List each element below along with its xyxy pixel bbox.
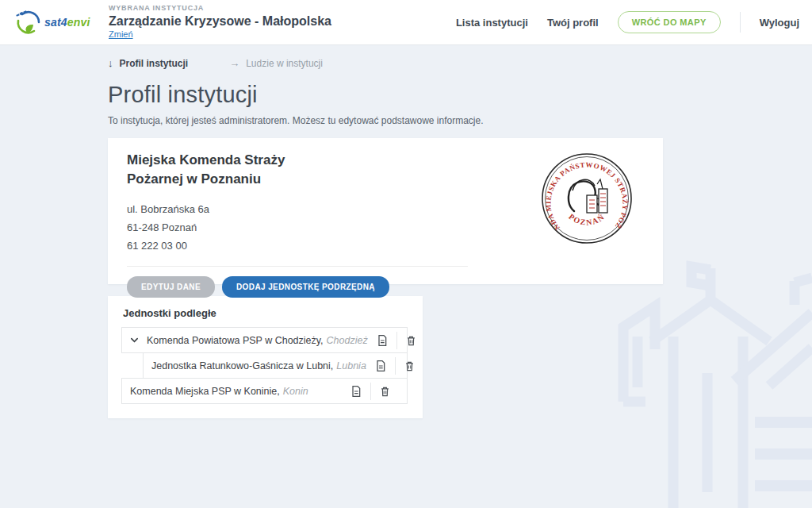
breadcrumb-people[interactable]: → Ludzie w instytucji [229, 57, 323, 69]
selected-institution-block: WYBRANA INSTYTUCJA Zarządzanie Kryzysowe… [109, 4, 331, 40]
trash-icon[interactable] [397, 334, 425, 347]
institution-card: Miejska Komenda Straży Pożarnej w Poznan… [108, 138, 663, 284]
edit-data-button[interactable]: EDYTUJ DANE [127, 276, 215, 298]
page-content: ↓ Profil instytucji → Ludzie w instytucj… [0, 45, 812, 418]
arrow-down-icon: ↓ [108, 57, 113, 69]
trash-icon[interactable] [371, 385, 399, 398]
header-nav: Lista instytucji Twój profil WRÓĆ DO MAP… [456, 11, 812, 33]
units-card-title: Jednostki podległe [121, 307, 408, 319]
unit-name: Komenda Miejska PSP w Koninie, [130, 386, 280, 397]
trash-icon[interactable] [396, 360, 423, 372]
logout-link[interactable]: Wyloguj [760, 17, 799, 29]
breadcrumb-people-label: Ludzie w instytucji [246, 58, 323, 69]
change-institution-link[interactable]: Zmień [109, 29, 133, 40]
selected-institution-label: WYBRANA INSTYTUCJA [109, 4, 331, 13]
document-icon[interactable] [342, 385, 370, 398]
fire-brigade-emblem: KOMENDA MIEJSKA PAŃSTWOWEJ STRAŻY POŻARN… [538, 149, 636, 248]
card-divider [127, 266, 468, 267]
nav-profile-link[interactable]: Twój profil [547, 17, 599, 29]
unit-row-chodziez[interactable]: Komenda Powiatowa PSP w Chodzieży, Chodz… [121, 327, 408, 353]
sat4envi-logo-icon [13, 6, 44, 38]
unit-row-lubnia[interactable]: Jednostka Ratunkowo-Gaśnicza w Lubni, Lu… [143, 352, 408, 379]
nav-institutions-link[interactable]: Lista instytucji [456, 17, 528, 29]
card-actions: EDYTUJ DANE DODAJ JEDNOSTKĘ PODRZĘDNĄ [127, 276, 644, 298]
add-subordinate-unit-button[interactable]: DODAJ JEDNOSTKĘ PODRZĘDNĄ [222, 276, 389, 298]
document-icon[interactable] [366, 360, 395, 372]
breadcrumb: ↓ Profil instytucji → Ludzie w instytucj… [108, 57, 812, 69]
logo-wordmark: sat4envi [44, 16, 90, 29]
arrow-right-icon: → [229, 57, 239, 69]
top-header: sat4envi WYBRANA INSTYTUCJA Zarządzanie … [0, 0, 812, 45]
nav-divider [740, 12, 741, 33]
subordinate-units-card: Jednostki podległe Komenda Powiatowa PSP… [108, 296, 423, 418]
breadcrumb-profile[interactable]: ↓ Profil instytucji [108, 57, 188, 69]
unit-city: Lubnia [336, 360, 366, 371]
row-actions [368, 332, 425, 349]
selected-institution-name: Zarządzanie Kryzysowe - Małopolska [109, 13, 331, 29]
unit-row-konin[interactable]: Komenda Miejska PSP w Koninie, Konin [121, 378, 408, 404]
row-actions [342, 383, 399, 400]
sat4envi-logo[interactable]: sat4envi [0, 6, 109, 38]
unit-name: Komenda Powiatowa PSP w Chodzieży, [147, 335, 324, 346]
back-to-map-button[interactable]: WRÓĆ DO MAPY [618, 11, 721, 33]
page-title: Profil instytucji [108, 82, 812, 108]
chevron-down-icon[interactable] [130, 336, 139, 344]
unit-city: Konin [283, 386, 308, 397]
unit-city: Chodzież [327, 335, 368, 346]
page-subtitle: To instytucja, której jesteś administrat… [108, 115, 812, 126]
breadcrumb-profile-label: Profil instytucji [120, 58, 189, 69]
row-actions [366, 357, 423, 375]
document-icon[interactable] [368, 334, 396, 347]
unit-name: Jednostka Ratunkowo-Gaśnicza w Lubni, [151, 360, 333, 371]
